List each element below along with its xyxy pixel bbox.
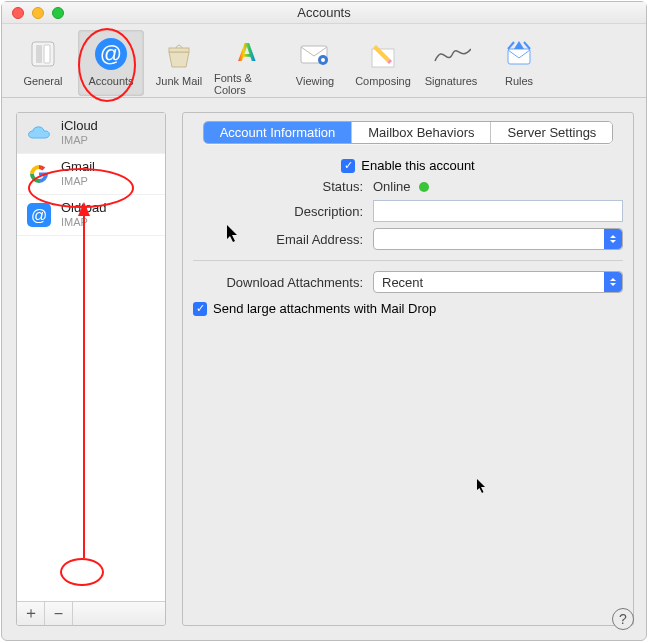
account-name: Oldtoad [61,201,107,216]
at-badge-icon: @ [25,201,53,229]
attachments-value: Recent [382,275,423,290]
toolbar-composing[interactable]: Composing [350,30,416,96]
switch-icon [23,34,63,74]
account-protocol: IMAP [61,175,95,188]
accounts-sidebar: iCloud IMAP Gmail IMAP @ [16,112,166,626]
svg-text:@: @ [100,41,122,66]
stepper-icon [604,272,622,292]
account-row-oldtoad[interactable]: @ Oldtoad IMAP [17,195,165,236]
svg-point-9 [321,58,325,62]
toolbar-fonts-colors[interactable]: A Fonts & Colors [214,30,280,96]
status-value: Online [373,179,411,194]
email-address-combo[interactable] [373,228,623,250]
tab-mailbox-behaviors[interactable]: Mailbox Behaviors [352,122,491,143]
enable-account-checkbox[interactable] [341,159,355,173]
stepper-icon [604,229,622,249]
toolbar-accounts[interactable]: @ Accounts [78,30,144,96]
tab-server-settings[interactable]: Server Settings [491,122,612,143]
google-icon [25,160,53,188]
account-name: iCloud [61,119,98,134]
preferences-toolbar: General @ Accounts Junk Mail A Fonts & C… [2,24,646,98]
detail-tabs: Account Information Mailbox Behaviors Se… [203,121,614,144]
svg-rect-5 [169,48,189,52]
divider [193,260,623,261]
maildrop-label: Send large attachments with Mail Drop [213,301,436,316]
svg-text:@: @ [31,207,47,224]
account-list: iCloud IMAP Gmail IMAP @ [17,113,165,601]
toolbar-viewing[interactable]: Viewing [282,30,348,96]
enable-account-label: Enable this account [361,158,474,173]
content-area: iCloud IMAP Gmail IMAP @ [2,98,646,640]
maildrop-checkbox[interactable] [193,302,207,316]
tab-account-information[interactable]: Account Information [204,122,353,143]
account-protocol: IMAP [61,134,98,147]
svg-rect-2 [44,45,50,63]
download-attachments-combo[interactable]: Recent [373,271,623,293]
preferences-window: Accounts General @ Accounts Junk Mail A … [1,1,647,641]
toolbar-rules[interactable]: Rules [486,30,552,96]
account-row-icloud[interactable]: iCloud IMAP [17,113,165,154]
rules-icon [499,34,539,74]
window-title: Accounts [2,5,646,20]
help-button[interactable]: ? [612,608,634,630]
icloud-icon [25,119,53,147]
status-dot-icon [419,182,429,192]
attachments-label: Download Attachments: [193,275,373,290]
toolbar-general[interactable]: General [10,30,76,96]
font-color-icon: A [227,34,267,71]
pencil-icon [363,34,403,74]
at-icon: @ [91,34,131,74]
account-name: Gmail [61,160,95,175]
account-detail-panel: Account Information Mailbox Behaviors Se… [182,112,634,626]
toolbar-junk[interactable]: Junk Mail [146,30,212,96]
svg-rect-11 [508,49,530,64]
status-label: Status: [193,179,373,194]
trash-icon [159,34,199,74]
envelope-eye-icon [295,34,335,74]
account-protocol: IMAP [61,216,107,229]
remove-account-button[interactable]: − [45,602,73,625]
svg-text:A: A [238,37,257,67]
titlebar: Accounts [2,2,646,24]
signature-icon [431,34,471,74]
add-account-button[interactable]: ＋ [17,602,45,625]
toolbar-signatures[interactable]: Signatures [418,30,484,96]
account-list-buttons: ＋ − [17,601,165,625]
account-row-gmail[interactable]: Gmail IMAP [17,154,165,195]
description-input[interactable] [373,200,623,222]
email-label: Email Address: [193,232,373,247]
description-label: Description: [193,204,373,219]
svg-rect-0 [32,42,54,66]
svg-rect-1 [36,45,42,63]
